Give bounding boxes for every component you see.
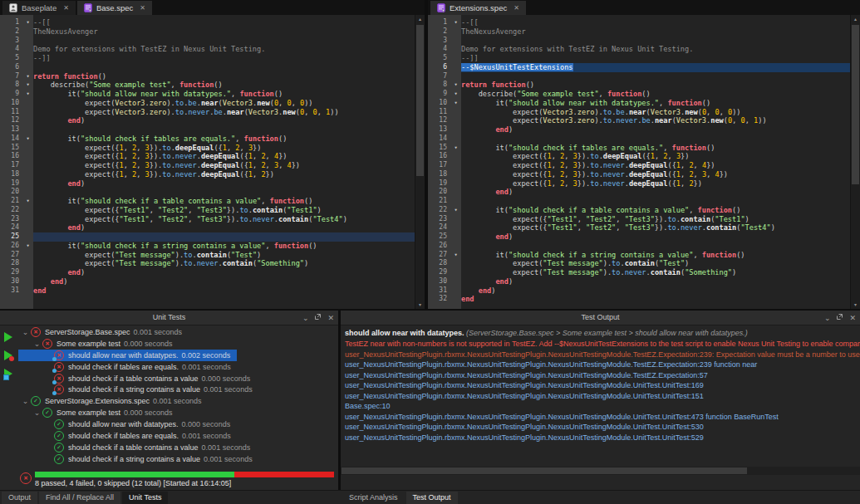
close-icon[interactable]: ✕ — [849, 314, 856, 322]
code-line-12[interactable]: 12 expect(Vector3.zero).to.never.be.near… — [428, 116, 851, 125]
code-line-13[interactable]: 13 — [0, 125, 415, 135]
test-tree-item[interactable]: ✓should check if a string contains a val… — [18, 453, 259, 465]
test-tree-item[interactable]: ⌄✓ServerStorage.Extensions.spec0.001 sec… — [18, 395, 209, 407]
editor-tab-base.spec[interactable]: Base.spec✕ — [77, 1, 152, 15]
code-line-16[interactable]: 16 expect({1, 2, 3}).to.deepEqual({1, 2,… — [428, 152, 851, 161]
code-line-28[interactable]: 28 expect("Test message").to.contain("Te… — [428, 259, 851, 268]
fold-arrow-icon[interactable]: ▾ — [450, 251, 461, 260]
code-line-18[interactable]: 18 expect({1, 2, 3}).to.never.deepEqual(… — [0, 170, 415, 179]
code-line-1[interactable]: 1▾--[[ — [0, 18, 415, 27]
code-line-22[interactable]: 22 expect({"Test1", "Test2", "Test3"}).t… — [0, 206, 415, 215]
code-line-23[interactable]: 23 expect({"Test1", "Test2", "Test3"}).t… — [0, 215, 415, 224]
close-icon[interactable]: ✕ — [63, 4, 69, 12]
code-line-4[interactable]: 4Demo for extensions with TestEZ in Nexu… — [428, 45, 851, 54]
fold-arrow-icon[interactable]: ▾ — [22, 242, 33, 251]
dock-tab-script-analysis[interactable]: Script Analysis — [342, 492, 405, 504]
scroll-up-icon[interactable]: ▴ — [415, 15, 425, 23]
code-line-24[interactable]: 24 end) — [0, 223, 415, 232]
code-line-26[interactable]: 26▾ it("should check if a string contain… — [0, 242, 415, 251]
code-line-20[interactable]: 20 end) — [428, 188, 851, 197]
fold-arrow-icon[interactable]: ▾ — [450, 206, 461, 215]
float-window-icon[interactable] — [836, 313, 843, 322]
dock-tab-output[interactable]: Output — [2, 492, 37, 504]
code-line-18[interactable]: 18 expect({1, 2, 3}).to.never.deepEqual(… — [428, 170, 851, 179]
chevron-down-icon[interactable]: ⌄ — [824, 314, 831, 322]
code-line-31[interactable]: 31end — [0, 286, 415, 296]
code-line-25[interactable]: 25 end) — [428, 232, 851, 242]
code-line-25[interactable]: 25 — [0, 232, 415, 242]
code-line-12[interactable]: 12 end) — [0, 116, 415, 125]
scroll-up-icon[interactable]: ▴ — [851, 15, 860, 23]
run-all-tests-button[interactable] — [4, 332, 12, 342]
code-line-9[interactable]: 9▾ it("should allow near with datatypes.… — [0, 90, 415, 99]
unit-tests-panel-header[interactable]: Unit Tests ⌄ ✕ — [0, 311, 338, 325]
close-icon[interactable]: ✕ — [327, 314, 334, 322]
test-tree-item[interactable]: ⌄✕ServerStorage.Base.spec0.001 seconds — [18, 326, 189, 338]
editor-tab-baseplate[interactable]: Baseplate✕ — [2, 1, 76, 15]
code-line-29[interactable]: 29 end) — [0, 268, 415, 277]
fold-arrow-icon[interactable]: ▾ — [22, 18, 33, 27]
code-line-16[interactable]: 16 expect({1, 2, 3}).to.never.deepEqual(… — [0, 152, 415, 161]
code-line-6[interactable]: 6--$NexusUnitTestExtensions — [428, 63, 851, 72]
code-line-8[interactable]: 8▾return function() — [428, 81, 851, 90]
scrollbar-thumb[interactable] — [416, 25, 424, 176]
code-line-29[interactable]: 29 expect("Test message").to.never.conta… — [428, 268, 851, 277]
code-line-2[interactable]: 2TheNexusAvenger — [0, 27, 415, 37]
code-line-3[interactable]: 3 — [0, 37, 415, 46]
code-line-32[interactable]: 32end — [428, 295, 851, 304]
code-line-9[interactable]: 9▾ describe("Some example test", functio… — [428, 90, 851, 99]
code-line-13[interactable]: 13 end) — [428, 125, 851, 135]
code-line-15[interactable]: 15 expect({1, 2, 3}).to.deepEqual({1, 2,… — [0, 144, 415, 153]
editor-tab-extensions.spec[interactable]: Extensions.spec✕ — [430, 1, 526, 15]
code-line-26[interactable]: 26 — [428, 242, 851, 251]
code-line-14[interactable]: 14 — [428, 135, 851, 144]
code-line-24[interactable]: 24 expect({"Test1", "Test2", "Test3"}).t… — [428, 223, 851, 232]
code-line-5[interactable]: 5--]] — [0, 54, 415, 63]
dock-tab-find-all-replace-all[interactable]: Find All / Replace All — [39, 492, 120, 504]
dock-tab-test-output[interactable]: Test Output — [406, 492, 458, 504]
code-editor-base-spec[interactable]: 1▾--[[2TheNexusAvenger34Demo for extensi… — [0, 15, 415, 309]
code-line-10[interactable]: 10 expect(Vector3.zero).to.be.near(Vecto… — [0, 99, 415, 108]
code-line-27[interactable]: 27▾ it("should check if a string contain… — [428, 251, 851, 260]
code-line-11[interactable]: 11 expect(Vector3.zero).to.never.be.near… — [0, 108, 415, 117]
close-icon[interactable]: ✕ — [140, 4, 145, 12]
code-line-4[interactable]: 4Demo for extensions with TestEZ in Nexu… — [0, 45, 415, 54]
fold-arrow-icon[interactable]: ▾ — [22, 135, 33, 144]
horizontal-scrollbar[interactable] — [341, 467, 860, 475]
code-line-7[interactable]: 7 — [428, 72, 851, 81]
run-failed-tests-button[interactable] — [4, 350, 12, 360]
scrollbar-thumb[interactable] — [342, 467, 747, 474]
code-line-21[interactable]: 21 — [428, 197, 851, 206]
expand-chevron-icon[interactable]: ⌄ — [20, 328, 31, 336]
fold-arrow-icon[interactable]: ▾ — [22, 81, 33, 90]
vertical-scrollbar[interactable]: ▴ ▾ — [850, 15, 860, 309]
test-tree-item[interactable]: ✓should check if tables are equals.0.001… — [18, 430, 238, 442]
code-line-17[interactable]: 17 expect({1, 2, 3}).to.never.deepEqual(… — [428, 161, 851, 170]
close-icon[interactable]: ✕ — [514, 4, 519, 12]
test-tree-item[interactable]: ⌄✓Some example test0.000 seconds — [18, 407, 179, 418]
code-line-27[interactable]: 27 expect("Test message").to.contain("Te… — [0, 251, 415, 260]
code-line-15[interactable]: 15▾ it("should check if tables are equal… — [428, 144, 851, 153]
code-line-30[interactable]: 30 end) — [428, 277, 851, 286]
code-line-3[interactable]: 3 — [428, 37, 851, 46]
code-line-31[interactable]: 31 end) — [428, 286, 851, 296]
code-line-6[interactable]: 6 — [0, 63, 415, 72]
fold-arrow-icon[interactable]: ▾ — [450, 90, 461, 99]
test-tree-item[interactable]: ✕should check if a table contains a valu… — [18, 373, 257, 384]
vertical-scrollbar[interactable]: ▴ ▾ — [415, 15, 425, 309]
code-line-22[interactable]: 22▾ it("should check if a table contains… — [428, 206, 851, 215]
fold-arrow-icon[interactable]: ▾ — [22, 90, 33, 99]
code-line-1[interactable]: 1▾--[[ — [428, 18, 851, 27]
fold-arrow-icon[interactable]: ▾ — [22, 197, 33, 206]
run-selected-tests-button[interactable] — [4, 369, 12, 379]
test-tree-item[interactable]: ⌄✕Some example test0.000 seconds — [18, 338, 179, 350]
code-line-21[interactable]: 21▾ it("should check if a table contains… — [0, 197, 415, 206]
chevron-down-icon[interactable]: ⌄ — [302, 314, 309, 322]
test-output-panel-header[interactable]: Test Output ⌄ ✕ — [341, 311, 860, 325]
expand-chevron-icon[interactable]: ⌄ — [32, 340, 42, 348]
test-tree-item[interactable]: ✓should allow near with datatypes.0.000 … — [18, 418, 237, 430]
fold-arrow-icon[interactable]: ▾ — [450, 144, 461, 153]
fold-arrow-icon[interactable]: ▾ — [450, 81, 461, 90]
code-line-8[interactable]: 8▾ describe("Some example test", functio… — [0, 81, 415, 90]
code-line-14[interactable]: 14▾ it("should check if tables are equal… — [0, 135, 415, 144]
